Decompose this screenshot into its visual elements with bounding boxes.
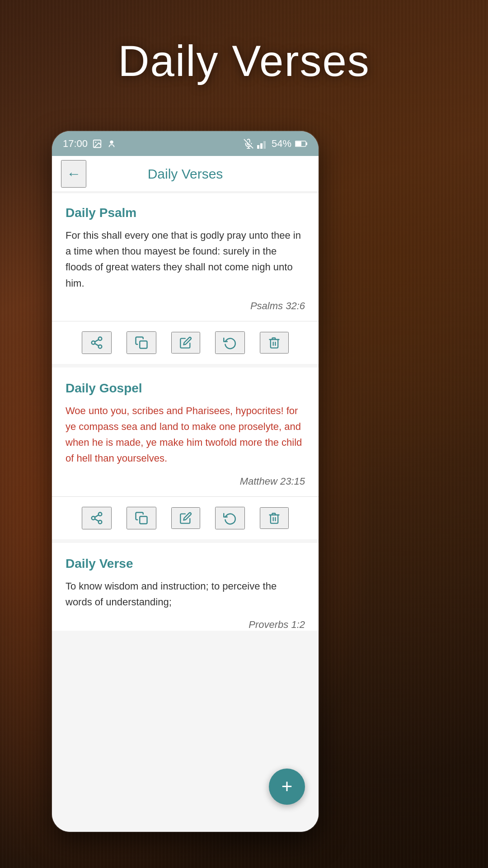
share-icon bbox=[90, 336, 103, 349]
svg-rect-6 bbox=[257, 145, 259, 149]
gospel-reference: Matthew 23:15 bbox=[66, 476, 305, 487]
gospel-refresh-button[interactable] bbox=[215, 507, 245, 529]
signal-icon bbox=[257, 139, 268, 149]
psalm-copy-button[interactable] bbox=[127, 331, 156, 354]
person-icon bbox=[107, 139, 117, 149]
gospel-copy-button[interactable] bbox=[127, 507, 156, 529]
share-icon bbox=[90, 511, 103, 525]
psalm-category: Daily Psalm bbox=[66, 206, 305, 220]
battery-level: 54% bbox=[272, 138, 291, 150]
svg-rect-10 bbox=[296, 142, 301, 146]
psalm-reference: Psalms 32:6 bbox=[66, 300, 305, 312]
svg-rect-11 bbox=[306, 142, 307, 145]
header-title: Daily Verses bbox=[148, 166, 223, 182]
svg-rect-8 bbox=[263, 141, 266, 149]
gospel-text: Woe unto you, scribes and Pharisees, hyp… bbox=[66, 403, 305, 467]
back-button[interactable]: ← bbox=[61, 160, 86, 188]
psalm-delete-button[interactable] bbox=[260, 332, 289, 354]
svg-rect-17 bbox=[140, 341, 147, 348]
svg-line-23 bbox=[95, 519, 99, 521]
verse-card-gospel: Daily Gospel Woe unto you, scribes and P… bbox=[52, 368, 319, 539]
refresh-icon bbox=[223, 511, 237, 525]
svg-rect-7 bbox=[260, 143, 263, 149]
svg-point-2 bbox=[110, 140, 113, 143]
delete-icon bbox=[268, 336, 281, 349]
gospel-delete-button[interactable] bbox=[260, 507, 289, 529]
psalm-text: For this shall every one that is godly p… bbox=[66, 227, 305, 291]
verse-category: Daily Verse bbox=[66, 557, 305, 571]
svg-point-1 bbox=[95, 142, 96, 143]
gospel-category: Daily Gospel bbox=[66, 381, 305, 396]
psalm-actions bbox=[66, 321, 305, 364]
page-title: Daily Verses bbox=[0, 36, 488, 86]
mute-icon bbox=[244, 139, 253, 149]
gospel-actions bbox=[66, 497, 305, 539]
status-time: 17:00 bbox=[63, 138, 88, 150]
image-icon bbox=[92, 139, 102, 149]
gospel-edit-button[interactable] bbox=[171, 507, 200, 529]
verse-reference: Proverbs 1:2 bbox=[66, 619, 305, 631]
svg-line-24 bbox=[95, 515, 99, 517]
status-right: 54% bbox=[244, 138, 308, 150]
add-fab-button[interactable]: + bbox=[269, 769, 305, 805]
app-header: ← Daily Verses bbox=[52, 156, 319, 192]
refresh-icon bbox=[223, 336, 237, 349]
svg-rect-25 bbox=[140, 516, 147, 524]
gospel-share-button[interactable] bbox=[82, 507, 112, 529]
status-bar: 17:00 54% bbox=[52, 131, 319, 156]
content-area[interactable]: Daily Psalm For this shall every one tha… bbox=[52, 192, 319, 832]
copy-icon bbox=[135, 336, 148, 349]
psalm-refresh-button[interactable] bbox=[215, 331, 245, 354]
verse-card-psalm: Daily Psalm For this shall every one tha… bbox=[52, 192, 319, 364]
psalm-share-button[interactable] bbox=[82, 331, 112, 354]
edit-icon bbox=[179, 336, 192, 349]
psalm-edit-button[interactable] bbox=[171, 332, 200, 354]
verse-text: To know wisdom and instruction; to perce… bbox=[66, 578, 305, 610]
battery-icon bbox=[295, 140, 308, 147]
verse-card-verse: Daily Verse To know wisdom and instructi… bbox=[52, 543, 319, 631]
edit-icon bbox=[179, 512, 192, 524]
svg-line-16 bbox=[95, 340, 99, 342]
svg-line-15 bbox=[95, 344, 99, 346]
delete-icon bbox=[268, 512, 281, 524]
phone-frame: 17:00 54% bbox=[52, 131, 319, 832]
copy-icon bbox=[135, 511, 148, 525]
status-left: 17:00 bbox=[63, 138, 117, 150]
